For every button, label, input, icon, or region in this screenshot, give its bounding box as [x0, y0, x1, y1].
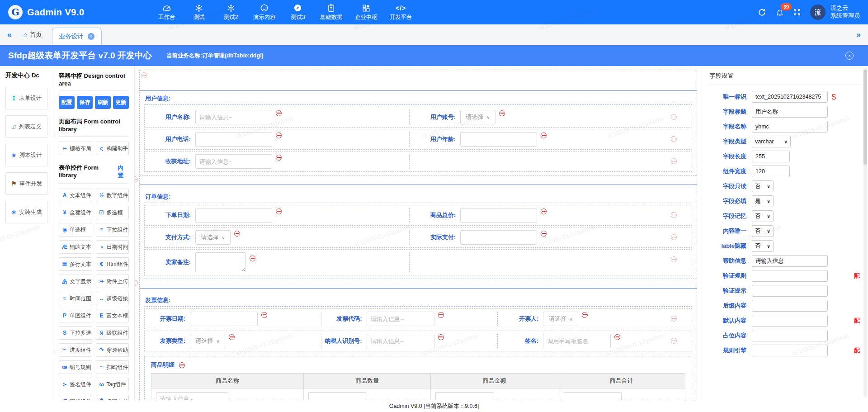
detail-cell-input[interactable]	[308, 392, 367, 400]
control-Html组件[interactable]: €Html组件	[96, 257, 129, 271]
remove-field-icon[interactable]	[438, 312, 444, 318]
control-栅格布局[interactable]: ⇿栅格布局	[59, 142, 92, 155]
control-下拉多选[interactable]: S下拉多选	[59, 326, 92, 340]
field-textarea-卖家备注:[interactable]	[195, 252, 246, 272]
remove-detail-table-icon[interactable]	[179, 362, 185, 368]
detail-cell-input[interactable]	[156, 392, 228, 400]
collapse-tabs-icon[interactable]: «	[7, 30, 11, 39]
nav-item-测试2[interactable]: 测试2	[221, 4, 241, 21]
field-input-签名:[interactable]	[543, 334, 611, 348]
field-setting-input-字段长度[interactable]	[752, 151, 790, 162]
remove-field-icon[interactable]	[276, 133, 282, 138]
remove-field-icon[interactable]	[229, 334, 235, 340]
remove-row-icon[interactable]	[671, 234, 677, 240]
nav-item-测试3[interactable]: 测试3	[288, 4, 308, 21]
field-select-开票人:[interactable]: 请选择∨	[543, 312, 578, 326]
remove-section-icon[interactable]	[135, 280, 138, 286]
control-下拉组件[interactable]: ≡下拉组件	[96, 223, 129, 237]
control-富文本框[interactable]: E富文本框	[96, 309, 129, 322]
control-级联组件[interactable]: §级联组件	[96, 326, 129, 340]
remove-row-icon[interactable]	[671, 158, 677, 164]
field-setting-input-验证规则[interactable]	[752, 270, 828, 282]
control-Tag组件[interactable]: ωTag组件	[96, 378, 129, 391]
control-日期时间[interactable]: ◑日期时间	[96, 240, 129, 254]
field-setting-input-帮助信息[interactable]	[752, 255, 828, 267]
field-select-用户账号:[interactable]: 请选择∨	[460, 110, 495, 124]
control-签名组件[interactable]: ≻签名组件	[59, 378, 92, 391]
field-setting-input-唯一标识[interactable]	[752, 91, 828, 103]
control-附件上传[interactable]: ↣附件上传	[96, 275, 129, 288]
action-button-更新[interactable]: 更新	[113, 96, 129, 109]
remove-row-icon[interactable]	[671, 338, 677, 344]
remove-field-icon[interactable]	[276, 110, 282, 116]
remove-field-icon[interactable]	[541, 133, 547, 138]
control-文字显示[interactable]: あ文字显示	[59, 275, 92, 288]
control-穿透帮助[interactable]: ↷穿透帮助	[96, 343, 129, 357]
remove-container-icon[interactable]	[141, 72, 147, 78]
remove-field-icon[interactable]	[250, 256, 255, 261]
control-进度组件[interactable]: ~进度组件	[59, 343, 92, 357]
control-构建助手[interactable]: ς构建助手	[96, 142, 129, 155]
sidebar-item-脚本设计[interactable]: ★脚本设计	[5, 144, 47, 166]
nav-item-演示内容[interactable]: 演示内容	[253, 4, 276, 21]
remove-row-icon[interactable]	[671, 212, 677, 218]
remove-field-icon[interactable]	[276, 208, 282, 214]
action-button-保存[interactable]: 保存	[77, 96, 93, 109]
user-avatar[interactable]: 流	[810, 5, 826, 20]
action-button-刷新[interactable]: 刷新	[95, 96, 111, 109]
remove-field-icon[interactable]	[541, 208, 547, 214]
field-input-纳税人识别号:[interactable]	[367, 334, 434, 348]
field-setting-input-字段名称[interactable]	[752, 121, 828, 133]
remove-row-icon[interactable]	[671, 114, 677, 120]
field-input-发票代码:[interactable]	[367, 312, 434, 326]
control-金额组件[interactable]: ¥金额组件	[59, 206, 92, 219]
field-setting-select-lable隐藏[interactable]: 否∨	[752, 240, 774, 252]
fullscreen-icon[interactable]	[793, 9, 801, 16]
field-setting-input-后缀内容[interactable]	[752, 300, 828, 312]
nav-item-基础数据[interactable]: 基础数据	[320, 4, 343, 21]
remove-field-icon[interactable]	[499, 110, 505, 116]
nav-item-工作台[interactable]: 工作台	[157, 4, 177, 21]
field-setting-select-字段类型[interactable]: varchar∨	[752, 136, 791, 147]
field-input-开票日期:[interactable]	[190, 312, 258, 326]
control-时间范围[interactable]: ≈时间范围	[59, 292, 92, 305]
remove-field-icon[interactable]	[276, 155, 282, 161]
control-扫码组件[interactable]: ~扫码组件	[96, 360, 129, 374]
field-setting-select-内容唯一[interactable]: 否∨	[752, 225, 774, 237]
refresh-icon[interactable]	[758, 8, 766, 17]
field-input-商品总价:[interactable]	[460, 208, 537, 223]
expand-tabs-icon[interactable]: »	[857, 30, 861, 39]
control-单图组件[interactable]: P单图组件	[59, 309, 92, 322]
nav-item-开发平台[interactable]: </>开发平台	[390, 4, 412, 21]
control-数字组件[interactable]: ½数字组件	[96, 189, 129, 202]
detail-cell-input[interactable]	[563, 392, 622, 400]
field-setting-input-字段标题[interactable]	[752, 106, 828, 118]
sidebar-item-事件开发[interactable]: ⚑事件开发	[5, 172, 47, 195]
notifications-bell-icon[interactable]: 39	[776, 8, 784, 17]
remove-field-icon[interactable]	[261, 312, 267, 318]
detail-cell-input[interactable]	[435, 392, 494, 400]
field-input-用户年龄:[interactable]	[460, 132, 537, 147]
nav-item-测试[interactable]: 测试	[189, 4, 209, 21]
remove-row-icon[interactable]	[671, 316, 677, 322]
sidebar-item-列表定义[interactable]: ♫列表定义	[5, 115, 47, 138]
control-单选框[interactable]: ◉单选框	[59, 223, 92, 237]
user-info[interactable]: 流之云 系统管理员	[830, 5, 860, 20]
tab-business-design[interactable]: 业务设计 ×	[52, 28, 102, 45]
tab-home[interactable]: ⌂ 首页	[23, 31, 42, 39]
close-tab-icon[interactable]: ×	[88, 33, 94, 40]
field-setting-input-占位内容[interactable]	[752, 330, 828, 341]
sidebar-item-安装生成[interactable]: ∗安装生成	[5, 201, 47, 223]
remove-field-icon[interactable]	[614, 334, 620, 340]
remove-field-icon[interactable]	[438, 334, 444, 340]
field-input-收获地址:[interactable]	[195, 154, 272, 169]
configure-link[interactable]: 配	[854, 346, 862, 355]
configure-link[interactable]: 配	[854, 317, 862, 325]
dev-center-close-icon[interactable]: ×	[845, 52, 854, 60]
field-setting-input-规则引擎[interactable]	[752, 345, 828, 356]
control-多图上传[interactable]: Ê多图上传	[96, 395, 129, 400]
field-select-支付方式:[interactable]: 请选择∨	[195, 230, 231, 245]
control-辅助文本[interactable]: Æ辅助文本	[59, 240, 92, 254]
control-多行文本[interactable]: 〓多行文本	[59, 257, 92, 271]
configure-link[interactable]: 配	[854, 272, 862, 280]
